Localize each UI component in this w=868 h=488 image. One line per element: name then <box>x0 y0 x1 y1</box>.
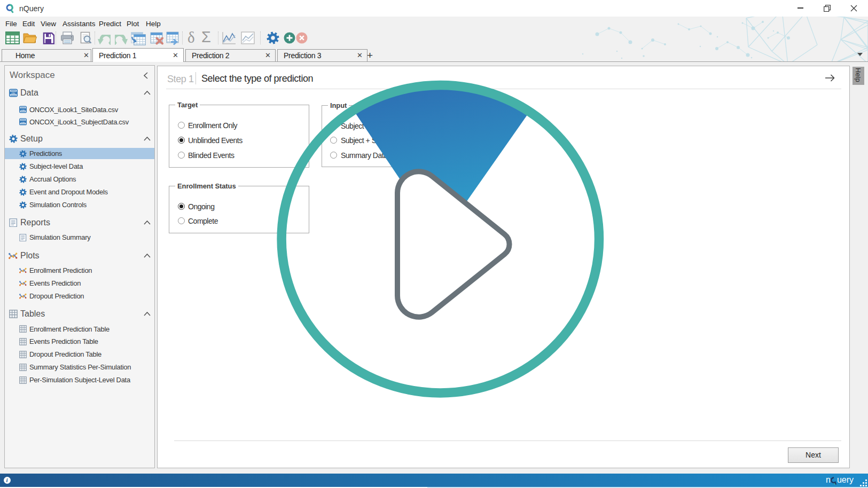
svg-text:csv: csv <box>11 92 15 95</box>
svg-text:csv: csv <box>21 121 25 123</box>
svg-text:csv: csv <box>21 108 25 111</box>
